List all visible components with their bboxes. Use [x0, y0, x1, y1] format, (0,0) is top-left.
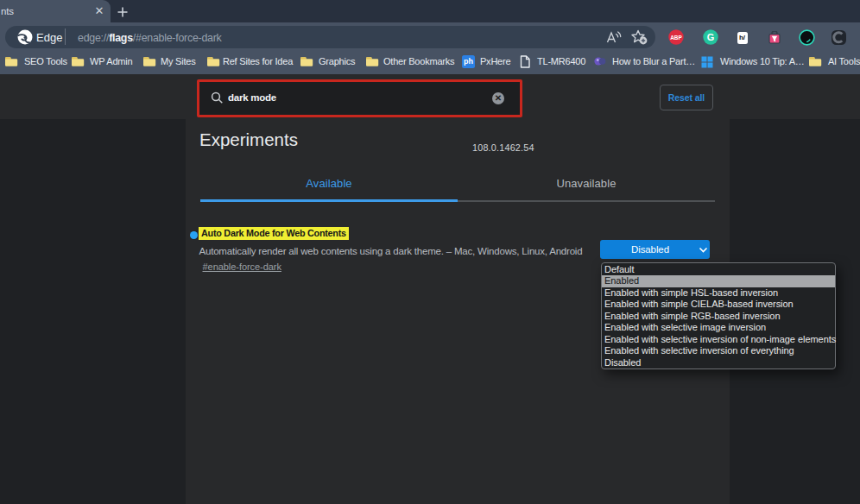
- svg-text:G: G: [707, 32, 715, 42]
- svg-text:ABP: ABP: [670, 35, 682, 41]
